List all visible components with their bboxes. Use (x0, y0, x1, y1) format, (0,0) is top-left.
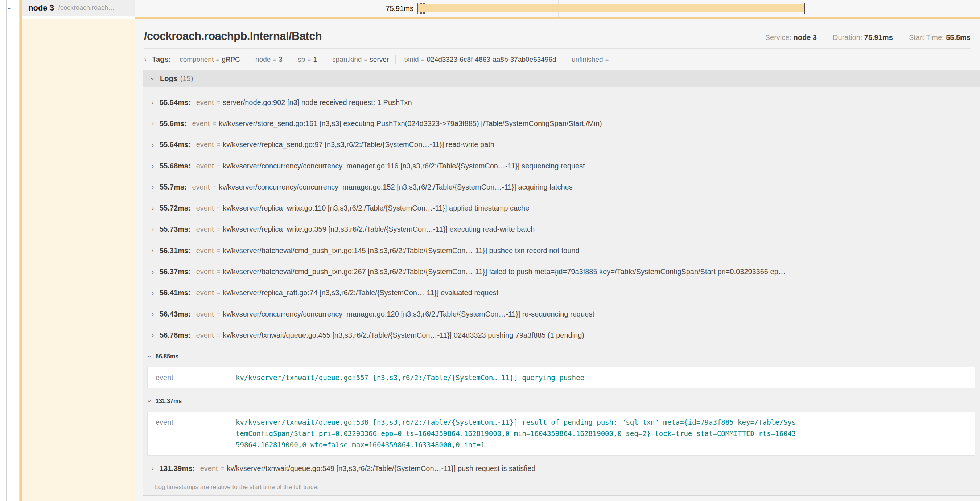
log-row-collapsed[interactable]: › 131.39ms: event = kv/kvserver/txnwait/… (143, 458, 980, 479)
log-chevron-right-icon[interactable]: › (152, 142, 154, 148)
service-label: Service: (765, 34, 791, 41)
start-time-value: 55.5ms (946, 34, 970, 41)
log-row-collapsed[interactable]: › 55.72ms: event = kv/kvserver/replica_w… (143, 198, 980, 219)
tag-key: component (180, 56, 214, 63)
logs-footnote: Log timestamps are relative to the start… (143, 479, 980, 495)
log-chevron-right-icon[interactable]: › (152, 163, 154, 169)
tag-item: txnid=024d3323-6c8f-4863-aa8b-37ab0e6349… (398, 55, 563, 64)
span-color-strip (19, 0, 22, 501)
tag-value: 1 (313, 56, 317, 63)
meta-divider (900, 34, 901, 41)
log-chevron-right-icon[interactable]: › (152, 226, 154, 233)
log-field-value: kv/kvserver/txnwait/queue.go:549 [n3,s3,… (227, 464, 535, 473)
log-row-collapsed[interactable]: › 56.43ms: event = kv/kvserver/concurren… (143, 303, 980, 325)
meta-divider (825, 34, 825, 41)
log-timestamp: 56.37ms: (159, 268, 191, 276)
collapse-children-chevron-down-icon[interactable]: › (6, 7, 14, 10)
span-duration-label: 75.91ms (334, 0, 414, 17)
log-row-collapsed[interactable]: › 55.7ms: event = kv/kvserver/concurrenc… (143, 176, 980, 198)
log-field-equals: = (221, 465, 224, 472)
log-chevron-right-icon[interactable]: › (152, 332, 154, 338)
log-row-collapsed[interactable]: › 56.37ms: event = kv/kvserver/batcheval… (143, 261, 980, 282)
log-field-key: event (196, 331, 214, 340)
log-timestamp: 55.64ms: (159, 140, 191, 149)
log-field-equals: = (212, 120, 216, 128)
log-chevron-right-icon[interactable]: › (152, 184, 154, 190)
logs-body: › 55.54ms: event = server/node.go:902 [n… (143, 87, 980, 496)
log-timestamp: 55.73ms: (159, 225, 191, 233)
span-service-name: node 3 (28, 3, 54, 13)
span-meta: Service: node 3 Duration: 75.91ms Start … (765, 34, 970, 43)
log-chevron-right-icon[interactable]: › (152, 269, 154, 275)
tag-value: 3 (278, 56, 283, 63)
logs-section-header[interactable]: › Logs (15) (143, 70, 980, 87)
logs-chevron-down-icon[interactable]: › (150, 78, 156, 80)
log-chevron-down-icon[interactable]: › (146, 400, 153, 402)
log-row-collapsed[interactable]: › 55.54ms: event = server/node.go:902 [n… (143, 92, 980, 113)
log-row-collapsed[interactable]: › 56.78ms: event = kv/kvserver/txnwait/q… (143, 325, 980, 346)
log-row-collapsed[interactable]: › 55.73ms: event = kv/kvserver/replica_w… (143, 219, 980, 240)
span-duration-bar[interactable] (418, 4, 805, 12)
log-timestamp: 55.68ms: (159, 162, 191, 170)
tag-equals: = (216, 56, 220, 63)
tag-equals: = (273, 56, 276, 63)
tags-label[interactable]: Tags: (152, 55, 171, 64)
log-chevron-right-icon[interactable]: › (152, 290, 154, 296)
span-operation-name: /cockroach.roach… (58, 4, 115, 12)
log-field-key: event (148, 372, 236, 383)
span-operation-title: /cockroach.roachpb.Internal/Batch (144, 30, 322, 43)
span-row: › node 3 /cockroach.roach… 75.91ms (0, 0, 980, 17)
logs-title: Logs (160, 74, 177, 83)
log-chevron-right-icon[interactable]: › (152, 465, 154, 472)
span-detail-panel: /cockroach.roachpb.Internal/Batch Servic… (135, 17, 980, 501)
log-row-collapsed[interactable]: › 55.6ms: event = kv/kvserver/store_send… (143, 113, 980, 134)
log-chevron-right-icon[interactable]: › (152, 99, 154, 106)
log-field-value: kv/kvserver/store_send.go:161 [n3,s3] ex… (219, 120, 602, 128)
log-chevron-right-icon[interactable]: › (152, 120, 154, 127)
log-field-value: kv/kvserver/replica_send.go:97 [n3,s3,r6… (223, 140, 494, 149)
log-chevron-right-icon[interactable]: › (152, 247, 154, 254)
log-field-equals: = (216, 141, 221, 148)
log-field-value: kv/kvserver/concurrency/concurrency_mana… (219, 183, 573, 191)
log-chevron-down-icon[interactable]: › (146, 356, 153, 357)
log-field-value: kv/kvserver/txnwait/queue.go:538 [n3,s3,… (236, 417, 796, 450)
tag-value: server (369, 56, 389, 63)
log-field-value: kv/kvserver/batcheval/cmd_push_txn.go:14… (223, 247, 579, 255)
log-timestamp: 55.72ms: (159, 204, 191, 212)
log-field-value: kv/kvserver/batcheval/cmd_push_txn.go:26… (223, 268, 786, 276)
log-field-equals: = (216, 289, 221, 297)
tag-value: 024d3323-6c8f-4863-aa8b-37ab0e63496d (427, 56, 556, 63)
log-chevron-right-icon[interactable]: › (152, 311, 154, 317)
tag-equals: = (605, 56, 609, 63)
tag-item: span.kind=server (326, 55, 396, 64)
log-field-equals: = (216, 332, 221, 339)
header-divider (144, 48, 971, 49)
log-timestamp: 131.39ms: (159, 464, 195, 473)
tag-list: component=gRPC node=3 sb=1 span.kind=ser… (173, 56, 617, 64)
log-timestamp: 55.54ms: (159, 98, 191, 107)
tag-equals: = (364, 56, 368, 63)
log-row-collapsed[interactable]: › 56.31ms: event = kv/kvserver/batcheval… (143, 240, 980, 261)
log-expanded-header[interactable]: › 131.37ms (143, 391, 980, 412)
log-field-value: kv/kvserver/concurrency/concurrency_mana… (223, 310, 595, 318)
log-field-value: kv/kvserver/replica_write.go:110 [n3,s3,… (223, 204, 529, 212)
tags-row[interactable]: › Tags: component=gRPC node=3 sb=1 span.… (144, 55, 971, 64)
log-expanded-header[interactable]: › 56.85ms (143, 346, 980, 367)
log-field-value: kv/kvserver/concurrency/concurrency_mana… (223, 162, 585, 170)
log-chevron-right-icon[interactable]: › (152, 205, 154, 212)
log-row-collapsed[interactable]: › 55.64ms: event = kv/kvserver/replica_s… (143, 134, 980, 155)
log-rows: › 55.54ms: event = server/node.go:902 [n… (143, 92, 980, 479)
log-field-key: event (200, 464, 218, 473)
log-timestamp: 56.78ms: (159, 331, 191, 340)
tags-chevron-right-icon[interactable]: › (144, 56, 146, 63)
log-timestamp: 55.6ms: (159, 120, 187, 128)
log-row-expanded: › 131.37ms event kv/kvserver/txnwait/que… (143, 391, 980, 456)
tag-key: sb (298, 56, 305, 63)
logs-count: (15) (180, 74, 193, 83)
log-field-value: kv/kvserver/replica_raft.go:74 [n3,s3,r6… (223, 289, 498, 297)
log-row-collapsed[interactable]: › 55.68ms: event = kv/kvserver/concurren… (143, 155, 980, 176)
log-row-collapsed[interactable]: › 56.41ms: event = kv/kvserver/replica_r… (143, 282, 980, 303)
log-field-equals: = (216, 268, 221, 276)
span-name-cell[interactable]: node 3 /cockroach.roach… (22, 0, 135, 16)
log-timestamp: 131.37ms (156, 398, 182, 404)
